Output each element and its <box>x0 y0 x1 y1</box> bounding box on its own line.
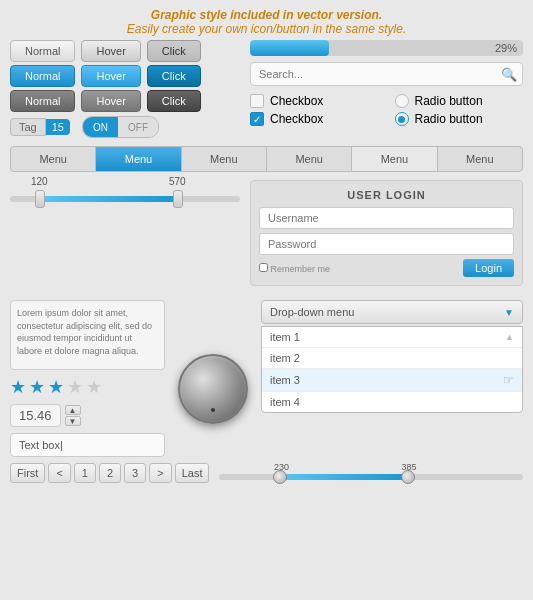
bottom-slider-section: 230 385 <box>219 466 523 480</box>
number-arrows: ▲ ▼ <box>65 405 81 426</box>
normal-button-row3[interactable]: Normal <box>10 90 75 112</box>
search-icon: 🔍 <box>501 67 517 82</box>
menu-item-5[interactable]: Menu <box>352 147 437 171</box>
login-button[interactable]: Login <box>463 259 514 277</box>
star-3[interactable]: ★ <box>48 376 64 398</box>
bottom-slider-thumb-1[interactable] <box>273 470 287 484</box>
slider-thumb-1[interactable]: 120 <box>35 190 45 208</box>
dropdown-item-1[interactable]: item 1 ▲ <box>262 327 522 348</box>
next-page-button[interactable]: > <box>149 463 171 483</box>
bottom-slider-thumb-2[interactable] <box>401 470 415 484</box>
hover-button-row3[interactable]: Hover <box>81 90 140 112</box>
dropdown-item-3[interactable]: item 3 ☞ <box>262 369 522 392</box>
progress-percent: 29% <box>495 40 517 56</box>
dropdown-arrow-icon: ▼ <box>504 307 514 318</box>
remember-label: Remember me <box>259 263 330 274</box>
checkbox-label-2: Checkbox <box>270 112 323 126</box>
tag-label: Tag <box>10 118 46 136</box>
checkbox-unchecked[interactable] <box>250 94 264 108</box>
dropdown-label: Drop-down menu <box>270 306 354 318</box>
username-input[interactable] <box>259 207 514 229</box>
checkbox-row-2[interactable]: Checkbox <box>250 112 379 126</box>
slider-val-1: 120 <box>31 176 48 187</box>
rotary-knob[interactable] <box>178 354 248 424</box>
click-button-row1[interactable]: Click <box>147 40 201 62</box>
bottom-slider-track <box>219 474 523 480</box>
textbox-input[interactable] <box>10 433 165 457</box>
number-display: 15.46 <box>10 404 61 427</box>
progress-bar: 29% <box>250 40 523 56</box>
user-login-panel: USER LOGIN Remember me Login <box>250 180 523 286</box>
slider-thumb-2[interactable]: 570 <box>173 190 183 208</box>
login-title: USER LOGIN <box>259 189 514 201</box>
search-input[interactable] <box>250 62 523 86</box>
hover-button-row2[interactable]: Hover <box>81 65 140 87</box>
dropdown-item-4-label: item 4 <box>270 396 300 408</box>
dropdown-item-2-label: item 2 <box>270 352 300 364</box>
radio-row-1[interactable]: Radio button <box>395 94 524 108</box>
radio-label-2: Radio button <box>415 112 483 126</box>
remember-checkbox[interactable] <box>259 263 268 272</box>
dropdown-item-1-label: item 1 <box>270 331 300 343</box>
click-button-row2[interactable]: Click <box>147 65 201 87</box>
page-2-button[interactable]: 2 <box>99 463 121 483</box>
dropdown-list: item 1 ▲ item 2 item 3 ☞ item 4 <box>261 326 523 413</box>
bottom-slider-fill <box>280 474 407 480</box>
star-4[interactable]: ★ <box>67 376 83 398</box>
number-up-arrow[interactable]: ▲ <box>65 405 81 415</box>
header-line2: Easily create your own icon/button in th… <box>10 22 523 36</box>
dropdown-list-wrap: item 1 ▲ item 2 item 3 ☞ item 4 <box>261 326 523 413</box>
star-rating[interactable]: ★ ★ ★ ★ ★ <box>10 376 165 398</box>
range-slider: 120 570 <box>10 196 240 202</box>
page-1-button[interactable]: 1 <box>74 463 96 483</box>
header-line1: Graphic style included in vector version… <box>10 8 523 22</box>
progress-bar-fill <box>250 40 329 56</box>
dropdown-item-3-label: item 3 <box>270 374 300 386</box>
normal-button-row1[interactable]: Normal <box>10 40 75 62</box>
checkbox-label-1: Checkbox <box>270 94 323 108</box>
last-page-button[interactable]: Last <box>175 463 210 483</box>
knob-indicator <box>211 408 215 412</box>
tag-count: 15 <box>46 119 70 135</box>
button-rows: Normal Hover Click Normal Hover Click No… <box>10 40 240 112</box>
checkbox-checked[interactable] <box>250 112 264 126</box>
menu-item-4[interactable]: Menu <box>267 147 352 171</box>
prev-page-button[interactable]: < <box>48 463 70 483</box>
slider-fill <box>40 196 178 202</box>
hover-button-row1[interactable]: Hover <box>81 40 140 62</box>
radio-checked[interactable] <box>395 112 409 126</box>
normal-button-row2[interactable]: Normal <box>10 65 75 87</box>
pagination: First < 1 2 3 > Last <box>10 463 209 483</box>
menu-item-1[interactable]: Menu <box>11 147 96 171</box>
menu-item-2[interactable]: Menu <box>96 147 181 171</box>
first-page-button[interactable]: First <box>10 463 45 483</box>
checkbox-column: Checkbox Checkbox <box>250 94 379 130</box>
slider-val-2: 570 <box>169 176 186 187</box>
header: Graphic style included in vector version… <box>0 0 533 40</box>
toggle-switch[interactable]: ON OFF <box>82 116 159 138</box>
radio-row-2[interactable]: Radio button <box>395 112 524 126</box>
menu-item-3[interactable]: Menu <box>182 147 267 171</box>
radio-unchecked[interactable] <box>395 94 409 108</box>
menu-bar: Menu Menu Menu Menu Menu Menu <box>10 146 523 172</box>
radio-label-1: Radio button <box>415 94 483 108</box>
tag-element[interactable]: Tag 15 <box>10 118 70 136</box>
checkbox-row-1[interactable]: Checkbox <box>250 94 379 108</box>
click-button-row3[interactable]: Click <box>147 90 201 112</box>
dropdown-button[interactable]: Drop-down menu ▼ <box>261 300 523 324</box>
dropdown-scroll-up: ▲ <box>505 332 514 342</box>
lorem-text: Lorem ipsum dolor sit amet, consectetur … <box>10 300 165 370</box>
dropdown-item-2[interactable]: item 2 <box>262 348 522 369</box>
hand-cursor-icon: ☞ <box>503 373 514 387</box>
dropdown-item-4[interactable]: item 4 <box>262 392 522 412</box>
page-3-button[interactable]: 3 <box>124 463 146 483</box>
star-1[interactable]: ★ <box>10 376 26 398</box>
toggle-off-label: OFF <box>118 117 158 137</box>
star-5[interactable]: ★ <box>86 376 102 398</box>
star-2[interactable]: ★ <box>29 376 45 398</box>
number-down-arrow[interactable]: ▼ <box>65 416 81 426</box>
menu-item-6[interactable]: Menu <box>438 147 522 171</box>
dropdown-section: Drop-down menu ▼ item 1 ▲ item 2 item 3 … <box>261 300 523 457</box>
search-container: 🔍 <box>250 62 523 86</box>
password-input[interactable] <box>259 233 514 255</box>
